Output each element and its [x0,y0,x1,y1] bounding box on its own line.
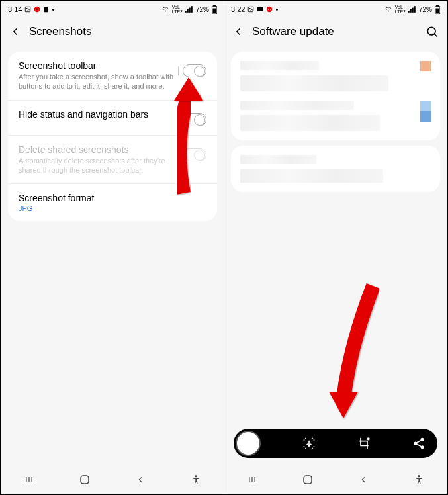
svg-rect-7 [189,8,191,13]
svg-rect-18 [249,7,254,12]
crop-icon[interactable] [357,437,371,450]
more-indicator: • [52,5,54,13]
svg-line-37 [417,440,421,442]
toggle-screenshot-toolbar[interactable] [183,64,206,77]
svg-rect-25 [412,8,414,13]
image-icon [247,6,254,13]
svg-rect-5 [185,11,187,12]
recents-button[interactable] [22,472,36,487]
svg-point-34 [421,438,424,441]
svg-rect-0 [26,7,31,12]
svg-rect-42 [304,476,312,484]
sim-icon [43,6,49,13]
svg-point-30 [427,27,435,35]
svg-point-43 [418,475,420,477]
signal-icon [185,6,193,13]
accessibility-button[interactable] [189,472,203,487]
navigation-bar [1,466,224,494]
phone-software-update: 3:22 • VoLLTE2 72% Software update [224,1,447,494]
wifi-icon [161,6,169,13]
airtel-icon [34,6,40,13]
svg-point-33 [367,438,369,440]
setting-desc: Automatically delete screenshots after t… [19,156,175,175]
setting-sub: JPG [19,204,206,212]
lte-label: VoLLTE2 [172,5,183,14]
setting-title: Hide status and navigation bars [19,109,175,120]
image-icon [24,6,31,13]
screenshot-thumbnail[interactable] [236,431,261,456]
setting-screenshot-toolbar[interactable]: Screenshot toolbar After you take a scre… [8,52,217,101]
toggle-delete-shared [183,148,206,161]
svg-point-22 [388,11,388,11]
svg-rect-20 [257,7,263,11]
status-bar: 3:22 • VoLLTE2 72% [224,1,447,17]
battery-icon [212,5,217,14]
svg-point-4 [165,11,165,11]
svg-rect-15 [81,476,89,484]
svg-rect-24 [410,9,412,13]
setting-title: Delete shared screenshots [19,144,175,155]
scroll-capture-icon[interactable] [302,437,316,450]
svg-rect-26 [414,6,416,13]
accessibility-button[interactable] [412,472,426,487]
status-time: 3:14 [8,5,22,13]
setting-screenshot-format[interactable]: Screenshot format JPG [8,184,217,221]
setting-title: Screenshot format [19,193,206,203]
lte-label: VoLLTE2 [395,5,406,14]
svg-point-35 [414,442,418,445]
update-card-2[interactable] [231,146,440,192]
battery-percent: 72% [196,6,209,13]
navigation-bar [224,466,447,494]
screenshot-toolbar [234,429,437,458]
color-swatch-orange [420,61,431,71]
settings-card: Screenshot toolbar After you take a scre… [8,52,217,221]
setting-title: Screenshot toolbar [19,60,175,71]
toggle-hide-bars[interactable] [183,113,206,126]
svg-line-31 [434,34,437,36]
svg-point-36 [421,445,424,449]
more-indicator: • [275,5,278,13]
setting-desc: After you take a screenshot, show a tool… [19,72,175,91]
page-title: Software update [252,25,418,38]
page-title: Screenshots [29,25,216,38]
back-icon[interactable] [232,26,244,38]
svg-rect-23 [408,11,410,12]
battery-icon [435,5,440,14]
phone-screenshots-settings: 3:14 • VoLLTE2 72% Screenshots Screensho… [1,1,224,494]
color-swatch-blue1 [420,101,431,111]
svg-rect-11 [212,8,216,13]
search-icon[interactable] [426,25,439,38]
airtel-icon [266,6,273,13]
setting-delete-shared: Delete shared screenshots Automatically … [8,136,217,185]
svg-marker-44 [329,392,358,418]
back-nav-button[interactable] [356,472,371,487]
share-icon[interactable] [412,437,426,450]
svg-rect-3 [44,7,48,12]
svg-point-21 [267,7,272,12]
page-header: Screenshots [1,17,224,46]
status-time: 3:22 [231,5,245,13]
update-card-1[interactable] [231,52,440,140]
svg-point-16 [195,475,197,477]
battery-percent: 72% [419,6,432,13]
home-button[interactable] [300,472,315,487]
svg-point-1 [26,8,28,9]
back-icon[interactable] [9,26,21,38]
svg-rect-6 [187,9,189,13]
color-swatch-blue2 [420,111,431,122]
recents-button[interactable] [245,472,259,487]
annotation-arrow-right [310,279,383,425]
home-button[interactable] [77,472,92,487]
back-nav-button[interactable] [133,472,148,487]
message-icon [257,6,263,13]
svg-rect-8 [191,6,193,13]
status-bar: 3:14 • VoLLTE2 72% [1,1,224,17]
setting-hide-bars[interactable]: Hide status and navigation bars [8,101,217,136]
page-header: Software update [224,17,447,46]
svg-line-38 [417,444,421,446]
signal-icon [408,6,416,13]
svg-rect-29 [435,8,439,13]
wifi-icon [384,6,392,13]
svg-point-19 [249,8,251,9]
svg-point-2 [34,7,40,12]
